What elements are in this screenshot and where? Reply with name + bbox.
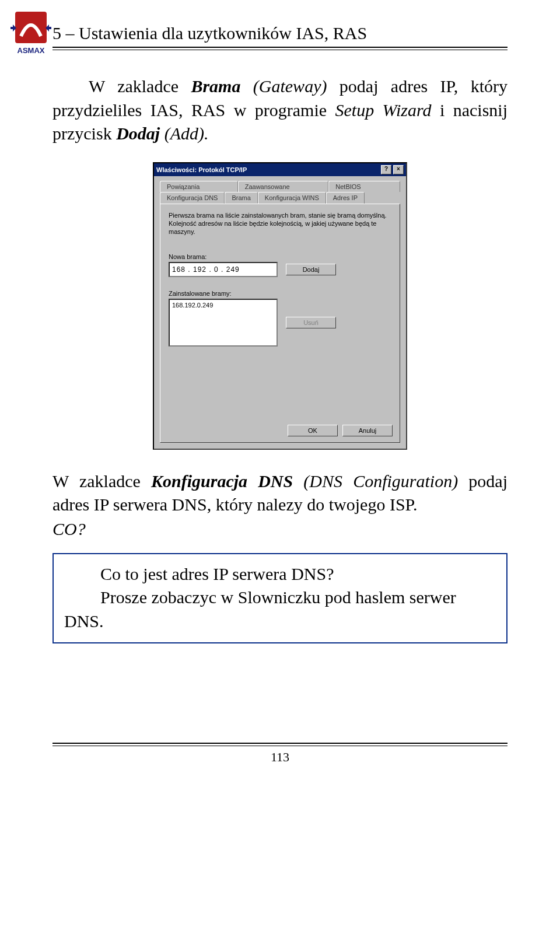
page-number: 113 bbox=[52, 750, 508, 765]
gateway-description: Pierwsza brama na liście zainstalowanych… bbox=[169, 211, 391, 236]
paragraph-1: W zakladce Brama (Gateway) podaj adres I… bbox=[52, 75, 508, 146]
remove-gateway-button[interactable]: Usuń bbox=[286, 317, 336, 328]
list-item[interactable]: 168.192.0.249 bbox=[172, 301, 274, 309]
tab-powiazania[interactable]: Powiązania bbox=[160, 181, 238, 192]
term-dodaj: Dodaj bbox=[116, 124, 160, 143]
dialog-titlebar[interactable]: Wlaściwości: Protokól TCP/IP ? × bbox=[154, 163, 406, 176]
help-button[interactable]: ? bbox=[381, 165, 391, 174]
term-setup-wizard: Setup Wizard bbox=[335, 100, 432, 120]
installed-gateways-label: Zainstalowane bramy: bbox=[169, 290, 391, 297]
term-brama: Brama bbox=[191, 76, 240, 96]
svg-rect-0 bbox=[15, 12, 47, 43]
callout-answer: Prosze zobaczyc w Slowniczku pod haslem … bbox=[64, 587, 456, 631]
cancel-button[interactable]: Anuluj bbox=[342, 425, 393, 436]
tab-konfiguracja-wins[interactable]: Konfiguracja WINS bbox=[258, 192, 326, 204]
tab-konfiguracja-dns[interactable]: Konfiguracja DNS bbox=[160, 192, 225, 204]
dialog-title: Wlaściwości: Protokól TCP/IP bbox=[156, 166, 247, 173]
section-heading: 5 – Ustawienia dla uzytkowników IAS, RAS bbox=[52, 23, 508, 43]
tcpip-properties-dialog: Wlaściwości: Protokól TCP/IP ? × Powiąza… bbox=[153, 162, 407, 450]
term-konfiguracja-dns: Konfiguracja DNS bbox=[151, 471, 293, 491]
co-label: CO? bbox=[52, 519, 508, 539]
close-button[interactable]: × bbox=[393, 165, 404, 174]
brand-label: ASMAX bbox=[18, 46, 45, 55]
paragraph-2: W zakladce Konfiguracja DNS (DNS Configu… bbox=[52, 470, 508, 517]
new-gateway-label: Nowa brama: bbox=[169, 253, 391, 260]
ok-button[interactable]: OK bbox=[288, 425, 338, 436]
heading-rule-thick bbox=[52, 47, 508, 48]
new-gateway-input[interactable]: 168 . 192 . 0 . 249 bbox=[169, 262, 278, 277]
tab-netbios[interactable]: NetBIOS bbox=[328, 181, 400, 192]
brand-logo: ASMAX bbox=[10, 11, 51, 58]
tab-brama[interactable]: Brama bbox=[225, 192, 257, 204]
installed-gateways-list[interactable]: 168.192.0.249 bbox=[169, 299, 278, 347]
callout-question: Co to jest adres IP serwera DNS? bbox=[100, 564, 334, 583]
tab-adres-ip[interactable]: Adres IP bbox=[326, 192, 365, 204]
heading-rule-thin bbox=[52, 50, 508, 50]
info-callout: Co to jest adres IP serwera DNS? Prosze … bbox=[52, 553, 508, 644]
footer-rule-thick bbox=[52, 743, 508, 744]
add-gateway-button[interactable]: Dodaj bbox=[286, 264, 336, 275]
tab-zaawansowane[interactable]: Zaawansowane bbox=[238, 181, 329, 192]
footer-rule-thin bbox=[52, 746, 508, 746]
gateway-tab-panel: Pierwsza brama na liście zainstalowanych… bbox=[160, 204, 400, 443]
